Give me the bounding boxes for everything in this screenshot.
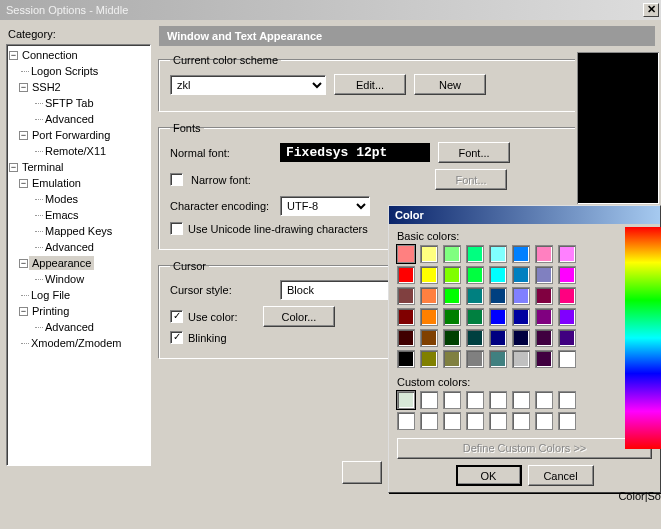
hue-gradient[interactable] <box>625 227 661 449</box>
color-swatch[interactable] <box>466 329 484 347</box>
tree-log-file[interactable]: Log File <box>29 289 72 301</box>
cancel-button[interactable]: Cancel <box>528 465 594 486</box>
color-swatch[interactable] <box>558 350 576 368</box>
color-swatch[interactable] <box>466 308 484 326</box>
custom-color-swatch[interactable] <box>443 391 461 409</box>
tree-connection[interactable]: Connection <box>20 49 80 61</box>
custom-color-swatch[interactable] <box>558 412 576 430</box>
tree-ssh2[interactable]: SSH2 <box>30 81 63 93</box>
color-swatch[interactable] <box>512 308 530 326</box>
tree-e-advanced[interactable]: Advanced <box>43 241 96 253</box>
tree-terminal[interactable]: Terminal <box>20 161 66 173</box>
color-swatch[interactable] <box>535 308 553 326</box>
color-swatch[interactable] <box>535 287 553 305</box>
tree-appearance[interactable]: Appearance <box>30 257 93 269</box>
tree-modes[interactable]: Modes <box>43 193 80 205</box>
color-swatch[interactable] <box>420 287 438 305</box>
tree-port-forwarding[interactable]: Port Forwarding <box>30 129 112 141</box>
color-swatch[interactable] <box>443 329 461 347</box>
custom-color-swatch[interactable] <box>489 412 507 430</box>
use-color-checkbox[interactable]: ✓ <box>170 310 183 323</box>
tree-printing[interactable]: Printing <box>30 305 71 317</box>
expander-icon[interactable]: − <box>19 259 28 268</box>
color-swatch[interactable] <box>512 245 530 263</box>
color-swatch[interactable] <box>558 287 576 305</box>
color-swatch[interactable] <box>443 287 461 305</box>
expander-icon[interactable]: − <box>19 179 28 188</box>
color-swatch[interactable] <box>397 308 415 326</box>
hidden-button-peek[interactable] <box>342 461 382 484</box>
narrow-font-checkbox[interactable] <box>170 173 183 186</box>
color-swatch[interactable] <box>512 287 530 305</box>
color-swatch[interactable] <box>397 350 415 368</box>
color-swatch[interactable] <box>466 245 484 263</box>
tree-logon-scripts[interactable]: Logon Scripts <box>29 65 100 77</box>
custom-color-swatch[interactable] <box>466 412 484 430</box>
color-swatch[interactable] <box>489 266 507 284</box>
color-swatch[interactable] <box>489 350 507 368</box>
color-swatch[interactable] <box>535 245 553 263</box>
color-swatch[interactable] <box>558 266 576 284</box>
color-swatch[interactable] <box>489 329 507 347</box>
custom-color-swatch[interactable] <box>466 391 484 409</box>
color-swatch[interactable] <box>397 287 415 305</box>
unicode-checkbox[interactable] <box>170 222 183 235</box>
tree-emulation[interactable]: Emulation <box>30 177 83 189</box>
color-swatch[interactable] <box>466 350 484 368</box>
custom-color-swatch[interactable] <box>420 412 438 430</box>
color-swatch[interactable] <box>558 329 576 347</box>
color-swatch[interactable] <box>397 266 415 284</box>
custom-color-swatch[interactable] <box>535 391 553 409</box>
ok-button[interactable]: OK <box>456 465 522 486</box>
tree-remote-x11[interactable]: Remote/X11 <box>43 145 108 157</box>
color-swatch[interactable] <box>420 329 438 347</box>
color-swatch[interactable] <box>512 266 530 284</box>
custom-color-swatch[interactable] <box>558 391 576 409</box>
font-button[interactable]: Font... <box>438 142 510 163</box>
color-swatch[interactable] <box>443 350 461 368</box>
color-swatch[interactable] <box>512 329 530 347</box>
custom-color-swatch[interactable] <box>397 412 415 430</box>
define-custom-button[interactable]: Define Custom Colors >> <box>397 438 652 459</box>
tree-emacs[interactable]: Emacs <box>43 209 81 221</box>
custom-color-swatch[interactable] <box>535 412 553 430</box>
expander-icon[interactable]: − <box>9 51 18 60</box>
tree-xmodem[interactable]: Xmodem/Zmodem <box>29 337 123 349</box>
color-swatch[interactable] <box>420 308 438 326</box>
color-swatch[interactable] <box>558 308 576 326</box>
custom-color-swatch[interactable] <box>420 391 438 409</box>
tree-p-advanced[interactable]: Advanced <box>43 321 96 333</box>
custom-color-swatch[interactable] <box>512 391 530 409</box>
encoding-select[interactable]: UTF-8 <box>280 196 370 216</box>
color-swatch[interactable] <box>443 266 461 284</box>
color-swatch[interactable] <box>535 266 553 284</box>
custom-color-swatch[interactable] <box>397 391 415 409</box>
blinking-checkbox[interactable]: ✓ <box>170 331 183 344</box>
color-swatch[interactable] <box>397 245 415 263</box>
color-swatch[interactable] <box>489 245 507 263</box>
custom-color-swatch[interactable] <box>489 391 507 409</box>
color-button[interactable]: Color... <box>263 306 335 327</box>
tree-window[interactable]: Window <box>43 273 86 285</box>
color-swatch[interactable] <box>466 266 484 284</box>
scheme-select[interactable]: zkl <box>170 75 326 95</box>
color-swatch[interactable] <box>397 329 415 347</box>
color-swatch[interactable] <box>489 287 507 305</box>
edit-button[interactable]: Edit... <box>334 74 406 95</box>
expander-icon[interactable]: − <box>9 163 18 172</box>
color-swatch[interactable] <box>443 308 461 326</box>
color-swatch[interactable] <box>535 329 553 347</box>
color-swatch[interactable] <box>535 350 553 368</box>
color-swatch[interactable] <box>420 266 438 284</box>
close-icon[interactable]: ✕ <box>643 3 659 17</box>
color-swatch[interactable] <box>558 245 576 263</box>
custom-color-swatch[interactable] <box>443 412 461 430</box>
tree-sftp-tab[interactable]: SFTP Tab <box>43 97 96 109</box>
expander-icon[interactable]: − <box>19 83 28 92</box>
tree-advanced[interactable]: Advanced <box>43 113 96 125</box>
color-swatch[interactable] <box>420 245 438 263</box>
custom-color-swatch[interactable] <box>512 412 530 430</box>
color-swatch[interactable] <box>489 308 507 326</box>
new-button[interactable]: New <box>414 74 486 95</box>
expander-icon[interactable]: − <box>19 307 28 316</box>
